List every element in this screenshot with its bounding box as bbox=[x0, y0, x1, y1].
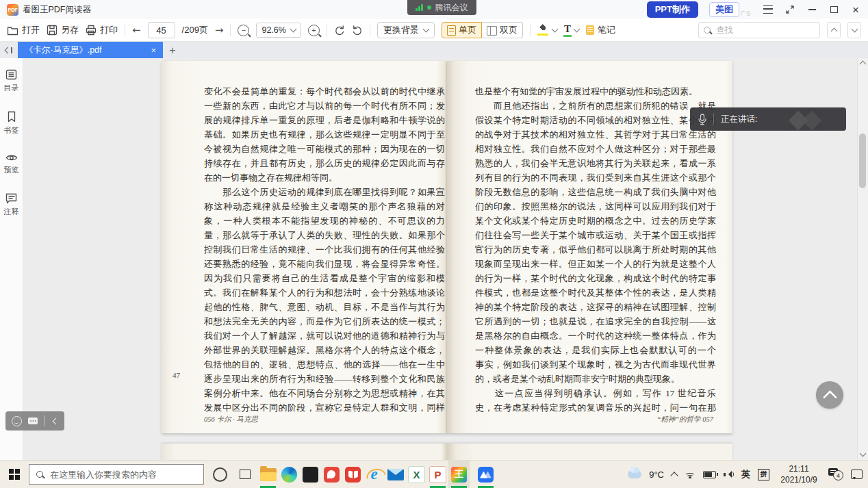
taskbar-app-red-communication[interactable] bbox=[321, 461, 342, 488]
find-previous-button[interactable] bbox=[827, 22, 841, 38]
meeting-float-toolbar[interactable] bbox=[5, 411, 64, 431]
divider bbox=[44, 415, 44, 426]
chevron-left-icon[interactable] bbox=[53, 418, 60, 424]
minimize-button[interactable] bbox=[806, 4, 817, 15]
taskbar-app-internet-explorer[interactable]: e bbox=[363, 461, 385, 488]
taskbar-app-store[interactable] bbox=[300, 461, 321, 488]
close-button[interactable]: × bbox=[850, 4, 861, 15]
vertical-scrollbar[interactable] bbox=[857, 58, 868, 461]
note-button[interactable]: 笔记 bbox=[586, 24, 615, 36]
redo-button[interactable] bbox=[352, 25, 363, 36]
sidebar-item-annotations[interactable]: 注释 bbox=[4, 193, 19, 217]
previous-page-button[interactable]: ← bbox=[132, 24, 141, 36]
hidden-icons-chevron[interactable] bbox=[670, 472, 678, 479]
divider bbox=[713, 114, 714, 125]
page-footer: “精神”的哲学 057 bbox=[656, 415, 713, 424]
zoom-level-dropdown[interactable]: 92.6% bbox=[256, 23, 301, 38]
weather-icon[interactable] bbox=[628, 470, 641, 478]
ime-language-indicator[interactable]: 英 bbox=[741, 468, 750, 480]
sidebar-item-toc[interactable]: 目录 bbox=[4, 69, 19, 93]
pdf-page-left[interactable]: 变化不会是简单的重复：每个时代都会从以前的时代中继承一些新的东西，由此它才与以前… bbox=[162, 61, 447, 433]
double-page-button[interactable]: 双页 bbox=[482, 22, 523, 38]
task-view-icon bbox=[240, 470, 251, 479]
text-line: 的战争对于其技术的相对独立性、其哲学对于其日常生活的 bbox=[475, 127, 716, 142]
sidebar-item-preview[interactable]: 预览 bbox=[4, 153, 19, 175]
undo-icon bbox=[334, 25, 345, 36]
text-line: 相对独立性。我们自然不应对个人做这种区分；对于那些最 bbox=[475, 142, 716, 156]
find-next-button[interactable] bbox=[847, 22, 861, 38]
find-input[interactable] bbox=[715, 25, 815, 36]
tab-close-icon[interactable]: × bbox=[151, 45, 156, 55]
ime-mode-indicator[interactable]: 拼 bbox=[758, 469, 769, 480]
speaking-label: 正在讲话: bbox=[721, 114, 757, 125]
print-button[interactable]: 打印 bbox=[86, 24, 118, 36]
notification-icon[interactable]: 4 bbox=[828, 468, 843, 480]
scrollbar-thumb[interactable] bbox=[859, 133, 866, 188]
save-as-button[interactable]: 另存 bbox=[47, 24, 79, 36]
single-page-label: 单页 bbox=[459, 24, 476, 36]
taskbar-search-box[interactable] bbox=[29, 464, 204, 485]
volume-icon[interactable] bbox=[724, 470, 734, 478]
collapse-sidebar-icon[interactable] bbox=[0, 42, 18, 59]
chat-icon[interactable] bbox=[28, 418, 38, 424]
text-line: 今被视为自然规律之唯一可能模式的那种；因为现在的一切 bbox=[204, 142, 445, 156]
change-background-dropdown[interactable]: 更换背景 bbox=[377, 22, 435, 38]
document-tab-label: 《卡尔·马克思》.pdf bbox=[25, 44, 102, 56]
signal-bars-icon bbox=[416, 4, 423, 11]
single-page-button[interactable]: 单页 bbox=[442, 22, 482, 38]
scroll-to-top-button[interactable] bbox=[816, 381, 843, 409]
taskbar-app-excel[interactable]: X bbox=[406, 461, 427, 488]
next-page-button[interactable]: → bbox=[215, 24, 224, 36]
sidebar-item-label: 注释 bbox=[4, 207, 19, 217]
undo-button[interactable] bbox=[334, 25, 345, 36]
emoji-icon[interactable] bbox=[12, 416, 22, 426]
new-tab-button[interactable]: + bbox=[163, 42, 182, 59]
clock[interactable]: 21:11 2021/10/9 bbox=[777, 463, 821, 485]
text-tool-icon: T bbox=[564, 24, 571, 37]
scroll-up-arrow[interactable] bbox=[860, 61, 867, 68]
windows-logo-icon bbox=[9, 469, 20, 480]
text-color-button[interactable]: T bbox=[564, 24, 579, 37]
start-button[interactable] bbox=[0, 461, 29, 488]
fullscreen-icon[interactable] bbox=[784, 4, 795, 15]
page-number-input[interactable] bbox=[148, 22, 175, 38]
zoom-in-button[interactable]: + bbox=[308, 25, 320, 36]
text-line: 列有目的行为的不同表现，我们受到来自其生涯这个或那个 bbox=[475, 170, 716, 185]
taskbar-app-pdf-reader[interactable]: 王 bbox=[448, 461, 470, 488]
weather-temperature[interactable]: 9°C bbox=[649, 470, 664, 480]
taskbar-app-mail[interactable] bbox=[385, 461, 406, 488]
next-page-spread bbox=[162, 444, 732, 461]
battery-icon[interactable] bbox=[703, 471, 716, 478]
sidebar-item-bookmarks[interactable]: 书签 bbox=[4, 111, 19, 136]
redo-icon bbox=[352, 25, 363, 36]
highlighter-button[interactable] bbox=[537, 25, 557, 36]
change-background-label: 更换背景 bbox=[383, 24, 419, 36]
taskbar-app-reading[interactable] bbox=[342, 461, 363, 488]
cortana-button[interactable] bbox=[213, 467, 227, 482]
meeting-status-pill[interactable]: 腾讯会议 bbox=[407, 0, 476, 15]
maximize-button[interactable] bbox=[828, 4, 839, 15]
taskbar-search-input[interactable] bbox=[49, 469, 196, 480]
taskbar-app-edge[interactable] bbox=[279, 461, 300, 488]
menu-icon[interactable] bbox=[763, 4, 774, 15]
meitu-button[interactable]: 美图 bbox=[709, 2, 739, 17]
sidebar-item-label: 书签 bbox=[4, 125, 19, 136]
document-tab[interactable]: 《卡尔·马克思》.pdf × bbox=[18, 42, 163, 59]
reading-app-icon bbox=[345, 467, 361, 483]
open-button[interactable]: 打开 bbox=[7, 24, 40, 36]
page-text: 变化不会是简单的重复：每个时代都会从以前的时代中继承一些新的东西，由此它才与以前… bbox=[204, 84, 445, 415]
taskbar-app-tencent-meeting[interactable] bbox=[475, 461, 496, 488]
meeting-watermark-logo bbox=[787, 111, 828, 129]
wifi-icon[interactable] bbox=[685, 470, 695, 478]
find-box[interactable] bbox=[698, 22, 820, 38]
action-center-icon[interactable] bbox=[851, 470, 863, 479]
text-line: 的行为一样，某个时代的文化现象，构成这个时代的特定事 bbox=[475, 271, 716, 285]
scroll-down-arrow[interactable] bbox=[860, 450, 867, 457]
ppt-create-button[interactable]: PPT制作 bbox=[647, 1, 698, 18]
zoom-out-button[interactable]: − bbox=[238, 25, 249, 36]
taskbar-app-powerpoint[interactable]: P bbox=[427, 461, 448, 488]
taskbar-app-file-explorer[interactable] bbox=[257, 461, 279, 488]
green-dot-icon bbox=[427, 5, 431, 10]
task-view-button[interactable] bbox=[236, 461, 257, 488]
expand-arrows-icon bbox=[786, 5, 794, 14]
